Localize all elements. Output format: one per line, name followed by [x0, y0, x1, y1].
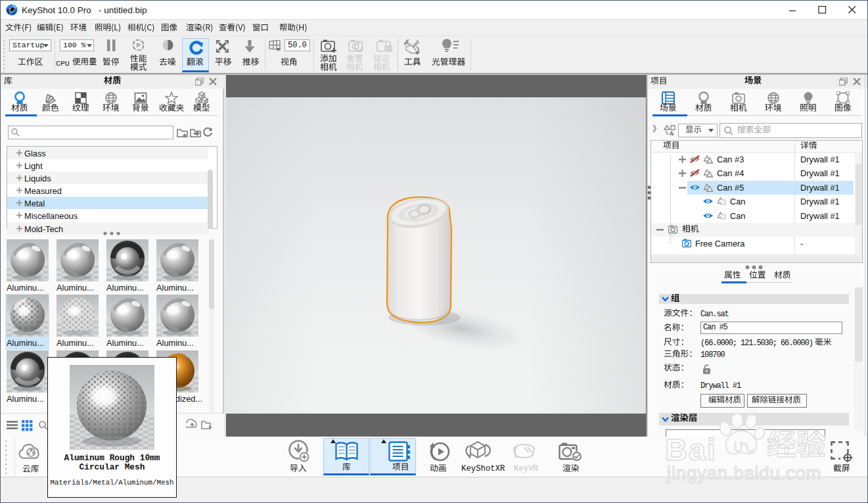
svg-text:P: P [136, 42, 140, 49]
